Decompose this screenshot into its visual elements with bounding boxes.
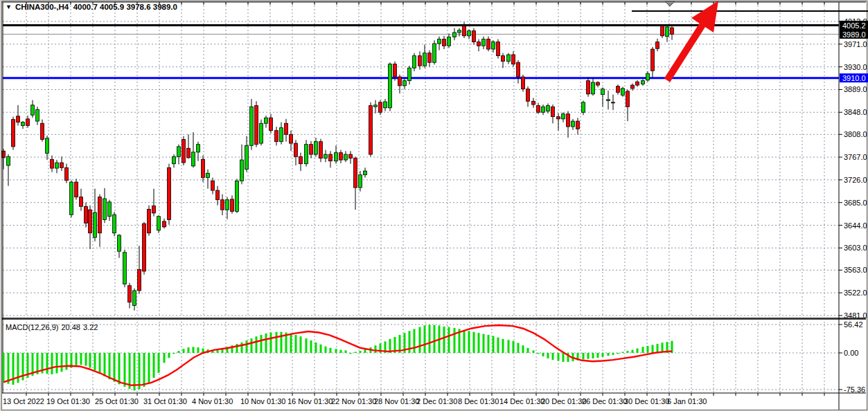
macd-value: 20.48 <box>61 323 80 331</box>
time-axis-area[interactable] <box>3 393 839 410</box>
symbol-timeframe-label: CHINA300-,H4 <box>15 3 69 11</box>
ohlc-values: 4000.7 4005.9 3978.6 3989.0 <box>73 3 177 11</box>
chart-title: ▼CHINA300-,H4 4000.7 4005.9 3978.6 3989.… <box>6 3 177 11</box>
main-chart-pane[interactable] <box>3 2 839 317</box>
macd-pane[interactable] <box>3 322 839 393</box>
pane-separator[interactable] <box>2 318 866 320</box>
symbol-dropdown-icon[interactable]: ▼ <box>6 3 12 10</box>
macd-indicator-label: MACD(12,26,9)20.483.22 <box>6 323 100 331</box>
macd-name: MACD(12,26,9) <box>6 323 58 331</box>
macd-signal-value: 3.22 <box>83 323 98 331</box>
price-axis-area[interactable] <box>839 2 868 410</box>
mt4-chart-window: 4012.03971.03930.03889.03848.03808.03767… <box>0 0 868 411</box>
chart-canvas[interactable]: 4012.03971.03930.03889.03848.03808.03767… <box>0 0 868 411</box>
